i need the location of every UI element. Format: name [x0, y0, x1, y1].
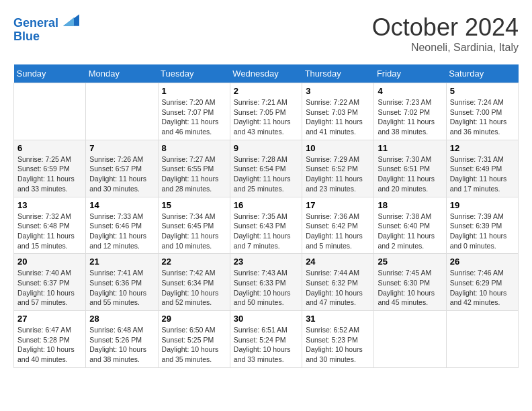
day-detail: Sunrise: 7:40 AM Sunset: 6:37 PM Dayligh…: [17, 268, 82, 308]
day-number: 5: [450, 86, 515, 96]
day-detail: Sunrise: 7:41 AM Sunset: 6:36 PM Dayligh…: [89, 268, 154, 308]
day-number: 1: [162, 86, 226, 96]
calendar-cell: 17Sunrise: 7:36 AM Sunset: 6:42 PM Dayli…: [302, 197, 374, 254]
day-number: 13: [17, 200, 82, 210]
day-number: 9: [234, 143, 298, 153]
logo-icon: [63, 13, 79, 27]
day-detail: Sunrise: 7:35 AM Sunset: 6:43 PM Dayligh…: [234, 212, 298, 251]
calendar-cell: 1Sunrise: 7:20 AM Sunset: 7:07 PM Daylig…: [158, 83, 230, 140]
day-number: 16: [234, 200, 298, 210]
calendar-cell: 20Sunrise: 7:40 AM Sunset: 6:37 PM Dayli…: [14, 254, 86, 311]
day-number: 7: [89, 143, 154, 153]
calendar-cell: 23Sunrise: 7:43 AM Sunset: 6:33 PM Dayli…: [230, 254, 302, 311]
day-detail: Sunrise: 7:46 AM Sunset: 6:29 PM Dayligh…: [450, 268, 515, 308]
day-detail: Sunrise: 7:38 AM Sunset: 6:40 PM Dayligh…: [378, 212, 442, 251]
day-detail: Sunrise: 7:42 AM Sunset: 6:34 PM Dayligh…: [162, 268, 226, 308]
calendar-week-row: 13Sunrise: 7:32 AM Sunset: 6:48 PM Dayli…: [14, 197, 519, 254]
calendar-cell: 24Sunrise: 7:44 AM Sunset: 6:32 PM Dayli…: [302, 254, 374, 311]
day-number: 4: [378, 86, 442, 96]
calendar-cell: 5Sunrise: 7:24 AM Sunset: 7:00 PM Daylig…: [446, 83, 518, 140]
day-number: 2: [234, 86, 298, 96]
main-title: October 2024: [372, 13, 519, 42]
day-number: 26: [450, 257, 515, 267]
calendar-week-row: 1Sunrise: 7:20 AM Sunset: 7:07 PM Daylig…: [14, 83, 519, 140]
day-number: 23: [234, 257, 298, 267]
calendar-day-header: Friday: [374, 64, 446, 83]
day-detail: Sunrise: 7:30 AM Sunset: 6:51 PM Dayligh…: [378, 154, 442, 194]
svg-marker-1: [63, 17, 74, 26]
calendar-cell: 25Sunrise: 7:45 AM Sunset: 6:30 PM Dayli…: [374, 254, 446, 311]
calendar-day-header: Sunday: [14, 64, 86, 83]
calendar-cell: 28Sunrise: 6:48 AM Sunset: 5:26 PM Dayli…: [86, 311, 158, 368]
day-detail: Sunrise: 7:44 AM Sunset: 6:32 PM Dayligh…: [306, 268, 370, 308]
day-detail: Sunrise: 7:39 AM Sunset: 6:39 PM Dayligh…: [450, 212, 515, 251]
header: General Blue October 2024 Neoneli, Sardi…: [13, 13, 519, 54]
calendar-cell: 15Sunrise: 7:34 AM Sunset: 6:45 PM Dayli…: [158, 197, 230, 254]
day-detail: Sunrise: 6:51 AM Sunset: 5:24 PM Dayligh…: [234, 325, 298, 365]
day-detail: Sunrise: 7:45 AM Sunset: 6:30 PM Dayligh…: [378, 268, 442, 308]
day-number: 18: [378, 200, 442, 210]
calendar-cell: 3Sunrise: 7:22 AM Sunset: 7:03 PM Daylig…: [302, 83, 374, 140]
calendar-cell: 30Sunrise: 6:51 AM Sunset: 5:24 PM Dayli…: [230, 311, 302, 368]
day-number: 28: [89, 314, 154, 324]
day-number: 25: [378, 257, 442, 267]
calendar-cell: 19Sunrise: 7:39 AM Sunset: 6:39 PM Dayli…: [446, 197, 518, 254]
calendar-header-row: SundayMondayTuesdayWednesdayThursdayFrid…: [14, 64, 519, 83]
day-number: 20: [17, 257, 82, 267]
calendar-cell: 29Sunrise: 6:50 AM Sunset: 5:25 PM Dayli…: [158, 311, 230, 368]
day-detail: Sunrise: 7:27 AM Sunset: 6:55 PM Dayligh…: [162, 154, 226, 194]
calendar-week-row: 20Sunrise: 7:40 AM Sunset: 6:37 PM Dayli…: [14, 254, 519, 311]
day-number: 14: [89, 200, 154, 210]
calendar-cell: [14, 83, 86, 140]
day-detail: Sunrise: 7:22 AM Sunset: 7:03 PM Dayligh…: [306, 97, 370, 137]
day-detail: Sunrise: 7:36 AM Sunset: 6:42 PM Dayligh…: [306, 212, 370, 251]
calendar-cell: 6Sunrise: 7:25 AM Sunset: 6:59 PM Daylig…: [14, 140, 86, 197]
day-number: 30: [234, 314, 298, 324]
day-number: 11: [378, 143, 442, 153]
calendar-cell: 10Sunrise: 7:29 AM Sunset: 6:52 PM Dayli…: [302, 140, 374, 197]
title-block: October 2024 Neoneli, Sardinia, Italy: [372, 13, 519, 54]
calendar-table: SundayMondayTuesdayWednesdayThursdayFrid…: [13, 64, 519, 368]
day-detail: Sunrise: 7:43 AM Sunset: 6:33 PM Dayligh…: [234, 268, 298, 308]
day-number: 17: [306, 200, 370, 210]
logo: General Blue: [13, 13, 79, 44]
calendar-cell: 31Sunrise: 6:52 AM Sunset: 5:23 PM Dayli…: [302, 311, 374, 368]
day-number: 31: [306, 314, 370, 324]
calendar-cell: 22Sunrise: 7:42 AM Sunset: 6:34 PM Dayli…: [158, 254, 230, 311]
day-detail: Sunrise: 6:47 AM Sunset: 5:28 PM Dayligh…: [17, 325, 82, 365]
calendar-cell: 14Sunrise: 7:33 AM Sunset: 6:46 PM Dayli…: [86, 197, 158, 254]
day-detail: Sunrise: 7:33 AM Sunset: 6:46 PM Dayligh…: [89, 212, 154, 251]
day-number: 10: [306, 143, 370, 153]
calendar-cell: 13Sunrise: 7:32 AM Sunset: 6:48 PM Dayli…: [14, 197, 86, 254]
calendar-cell: 21Sunrise: 7:41 AM Sunset: 6:36 PM Dayli…: [86, 254, 158, 311]
calendar-cell: 8Sunrise: 7:27 AM Sunset: 6:55 PM Daylig…: [158, 140, 230, 197]
calendar-cell: [374, 311, 446, 368]
calendar-day-header: Monday: [86, 64, 158, 83]
day-detail: Sunrise: 6:52 AM Sunset: 5:23 PM Dayligh…: [306, 325, 370, 365]
calendar-cell: 27Sunrise: 6:47 AM Sunset: 5:28 PM Dayli…: [14, 311, 86, 368]
calendar-cell: [446, 311, 518, 368]
calendar-day-header: Wednesday: [230, 64, 302, 83]
calendar-day-header: Thursday: [302, 64, 374, 83]
calendar-cell: [86, 83, 158, 140]
logo-line2: Blue: [13, 30, 79, 44]
calendar-cell: 2Sunrise: 7:21 AM Sunset: 7:05 PM Daylig…: [230, 83, 302, 140]
day-detail: Sunrise: 7:28 AM Sunset: 6:54 PM Dayligh…: [234, 154, 298, 194]
day-number: 8: [162, 143, 226, 153]
day-detail: Sunrise: 7:31 AM Sunset: 6:49 PM Dayligh…: [450, 154, 515, 194]
calendar-cell: 16Sunrise: 7:35 AM Sunset: 6:43 PM Dayli…: [230, 197, 302, 254]
calendar-week-row: 27Sunrise: 6:47 AM Sunset: 5:28 PM Dayli…: [14, 311, 519, 368]
calendar-cell: 26Sunrise: 7:46 AM Sunset: 6:29 PM Dayli…: [446, 254, 518, 311]
day-number: 29: [162, 314, 226, 324]
day-detail: Sunrise: 7:21 AM Sunset: 7:05 PM Dayligh…: [234, 97, 298, 137]
calendar-cell: 18Sunrise: 7:38 AM Sunset: 6:40 PM Dayli…: [374, 197, 446, 254]
logo-text: General: [13, 13, 79, 30]
day-detail: Sunrise: 6:50 AM Sunset: 5:25 PM Dayligh…: [162, 325, 226, 365]
day-number: 3: [306, 86, 370, 96]
day-detail: Sunrise: 7:20 AM Sunset: 7:07 PM Dayligh…: [162, 97, 226, 137]
calendar-cell: 9Sunrise: 7:28 AM Sunset: 6:54 PM Daylig…: [230, 140, 302, 197]
day-detail: Sunrise: 7:25 AM Sunset: 6:59 PM Dayligh…: [17, 154, 82, 194]
day-detail: Sunrise: 7:23 AM Sunset: 7:02 PM Dayligh…: [378, 97, 442, 137]
day-number: 27: [17, 314, 82, 324]
calendar-day-header: Tuesday: [158, 64, 230, 83]
